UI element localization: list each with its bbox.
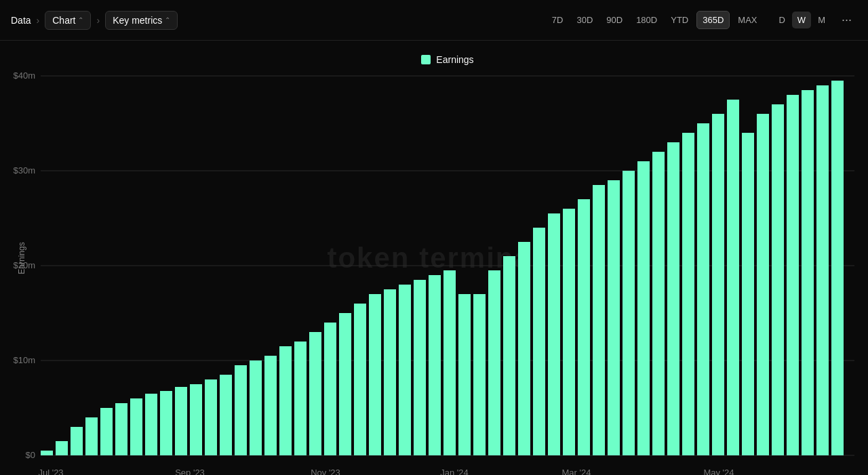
x-label-mar24: Mar '24	[562, 468, 591, 475]
bar-25	[399, 285, 411, 455]
bar-17	[279, 346, 292, 455]
bar-18	[294, 342, 307, 455]
bar-1	[41, 451, 53, 455]
bar-36	[563, 209, 575, 455]
bar-35	[548, 213, 560, 455]
x-label-may24: May '24	[703, 468, 734, 475]
gran-btn-d[interactable]: D	[773, 12, 790, 28]
earnings-chart: $40m $30m $20m $10m $0	[41, 76, 854, 455]
x-label-jul23: Jul '23	[38, 468, 63, 475]
chevron-down-icon: ⌃	[78, 16, 83, 24]
time-btn-90d[interactable]: 90D	[601, 12, 628, 28]
bar-48	[742, 133, 754, 455]
chevron-down-icon-2: ⌃	[165, 16, 170, 24]
bar-6	[115, 403, 127, 455]
bar-33	[518, 242, 530, 455]
bar-49	[757, 114, 769, 455]
bar-53	[816, 85, 829, 455]
time-btn-180d[interactable]: 180D	[631, 12, 663, 28]
time-btn-365d[interactable]: 365D	[696, 11, 730, 29]
bar-46	[712, 114, 724, 455]
y-label-10m: $10m	[13, 355, 35, 365]
bar-31	[488, 270, 500, 455]
bar-37	[578, 199, 590, 455]
y-label-20m: $20m	[13, 260, 35, 270]
chart-legend: Earnings	[41, 54, 854, 65]
bar-30	[473, 294, 486, 455]
bar-54	[831, 81, 844, 455]
bar-20	[324, 323, 336, 455]
time-btn-30d[interactable]: 30D	[571, 12, 598, 28]
breadcrumb-data[interactable]: Data	[11, 15, 31, 26]
key-metrics-label: Key metrics	[113, 15, 162, 26]
bar-27	[429, 275, 441, 455]
data-label: Data	[11, 15, 31, 26]
legend-color-earnings	[421, 55, 431, 64]
bar-28	[443, 270, 456, 455]
bar-16	[264, 356, 277, 455]
bar-21	[339, 313, 351, 455]
bar-10	[175, 387, 187, 455]
bar-40	[623, 171, 635, 455]
bar-29	[458, 294, 471, 455]
time-controls: 7D 30D 90D 180D YTD 365D MAX	[547, 11, 763, 29]
bar-45	[697, 123, 709, 455]
time-btn-max[interactable]: MAX	[732, 12, 762, 28]
bar-5	[100, 408, 113, 455]
breadcrumb-sep-1: ›	[37, 15, 40, 26]
bar-22	[354, 304, 366, 455]
y-label-40m: $40m	[13, 70, 35, 81]
bar-47	[727, 100, 739, 455]
breadcrumb-sep-2: ›	[96, 15, 100, 26]
bar-39	[608, 180, 620, 455]
time-btn-ytd[interactable]: YTD	[665, 12, 694, 28]
bar-42	[652, 152, 665, 455]
y-label-0: $0	[26, 450, 35, 460]
bar-4	[85, 417, 98, 455]
y-label-30m: $30m	[13, 165, 35, 175]
gran-btn-w[interactable]: W	[792, 12, 811, 28]
bar-13	[220, 375, 232, 455]
bar-9	[160, 391, 172, 455]
chart-container: Earnings Earnings token terminal $40m $3…	[0, 41, 868, 475]
x-label-jan24: Jan '24	[440, 468, 469, 475]
x-label-nov23: Nov '23	[311, 468, 340, 475]
bar-11	[190, 384, 202, 455]
granularity-controls: D W M	[773, 12, 831, 28]
more-options-button[interactable]: ···	[836, 10, 857, 30]
bar-50	[772, 104, 784, 455]
bar-44	[682, 133, 694, 455]
key-metrics-selector[interactable]: Key metrics ⌃	[105, 11, 178, 30]
bar-43	[667, 142, 679, 455]
bar-3	[71, 427, 83, 455]
bar-19	[309, 332, 321, 455]
bar-32	[503, 256, 515, 455]
chart-label: Chart	[52, 15, 75, 26]
chart-svg-wrapper: $40m $30m $20m $10m $0	[41, 76, 854, 458]
bar-12	[205, 379, 217, 455]
bar-7	[130, 398, 142, 455]
bar-51	[787, 95, 799, 455]
chart-selector[interactable]: Chart ⌃	[45, 11, 91, 30]
bar-2	[56, 441, 68, 455]
bar-52	[802, 90, 814, 455]
bar-14	[235, 365, 247, 455]
bar-38	[593, 185, 605, 455]
gran-btn-m[interactable]: M	[812, 12, 831, 28]
bar-23	[369, 294, 381, 455]
bar-34	[533, 228, 545, 455]
bar-15	[250, 360, 262, 455]
time-btn-7d[interactable]: 7D	[547, 12, 569, 28]
x-label-sep23: Sep '23	[175, 468, 205, 475]
bar-26	[414, 280, 426, 455]
bar-41	[637, 161, 650, 455]
toolbar: Data › Chart ⌃ › Key metrics ⌃ 7D 30D 90…	[0, 0, 868, 41]
legend-label-earnings: Earnings	[436, 54, 473, 65]
bar-24	[384, 289, 396, 455]
bar-8	[145, 394, 157, 455]
